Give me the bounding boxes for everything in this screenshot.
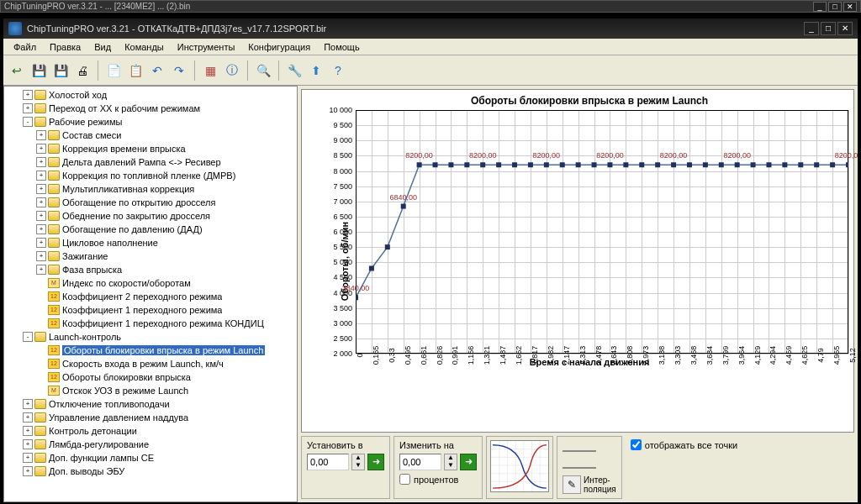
menu-Команды[interactable]: Команды: [118, 40, 171, 54]
tree-node[interactable]: +Доп. функции лампы СЕ: [6, 451, 295, 465]
expand-icon[interactable]: +: [23, 90, 33, 100]
menu-Инструменты[interactable]: Инструменты: [171, 40, 242, 54]
tree-node[interactable]: MИндекс по скорости/оборотам: [6, 276, 295, 290]
copy-icon[interactable]: 📄: [103, 60, 124, 81]
bg-maximize-button[interactable]: □: [828, 2, 842, 12]
interp-button[interactable]: ✎: [563, 475, 581, 494]
percent-checkbox[interactable]: процентов: [399, 474, 477, 485]
menu-Правка[interactable]: Правка: [43, 40, 87, 54]
paste-icon[interactable]: 📋: [125, 60, 145, 81]
folder-icon: [48, 224, 60, 234]
bg-minimize-button[interactable]: _: [813, 2, 827, 12]
expand-icon[interactable]: +: [23, 439, 33, 449]
tree-node[interactable]: +Лямбда-регулирование: [6, 438, 295, 451]
tree-node[interactable]: MОтскок УОЗ в режиме Launch: [6, 384, 295, 397]
help-icon[interactable]: ?: [328, 60, 348, 81]
svg-rect-6: [448, 162, 453, 167]
collapse-icon[interactable]: -: [23, 117, 33, 127]
maximize-button[interactable]: □: [821, 22, 836, 35]
expand-icon[interactable]: +: [36, 265, 46, 275]
tree-node[interactable]: +Управление давлением наддува: [6, 411, 295, 424]
change-value-apply[interactable]: ➜: [460, 454, 477, 470]
titlebar[interactable]: ChipTuningPRO ver.3.21 - ОТКАТКаДТВ+ДПД3…: [3, 18, 858, 39]
expand-icon[interactable]: +: [36, 171, 46, 181]
tree-node[interactable]: +Состав смеси: [6, 129, 295, 142]
zoom-icon[interactable]: 🔍: [253, 60, 273, 81]
save-icon[interactable]: 💾: [29, 60, 49, 81]
expand-icon[interactable]: +: [36, 144, 46, 154]
set-value-spinner[interactable]: ▲▼: [351, 454, 365, 470]
tree-node[interactable]: 12Коэффициент 1 переходного режима КОНДИ…: [6, 317, 295, 330]
tree-node[interactable]: +Обогащение по давлению (ДАД): [6, 223, 295, 236]
table-icon[interactable]: ▦: [200, 60, 220, 81]
print-icon[interactable]: 🖨: [72, 60, 92, 81]
chart-plot[interactable]: 2 0002 5003 0003 5004 0004 5005 0005 500…: [356, 110, 848, 354]
expand-icon[interactable]: +: [23, 399, 33, 409]
expand-icon[interactable]: +: [36, 211, 46, 221]
tree-node[interactable]: 12Обороты блокировки впрыска: [6, 370, 295, 384]
hline1-icon: [563, 442, 596, 452]
expand-icon[interactable]: +: [23, 453, 33, 463]
expand-icon[interactable]: +: [36, 197, 46, 207]
expand-icon[interactable]: +: [23, 466, 33, 476]
tree-node[interactable]: +Контроль детонации: [6, 424, 295, 438]
tree-node[interactable]: 12Коэффициент 1 переходного режима: [6, 303, 295, 317]
upload-icon[interactable]: ⬆: [306, 60, 326, 81]
tree-node[interactable]: +Мультипликативная коррекция: [6, 182, 295, 196]
tree-node[interactable]: -Рабочие режимы: [6, 115, 295, 129]
expand-icon[interactable]: +: [36, 224, 46, 234]
tree-node[interactable]: 12Скорость входа в режим Launch, км/ч: [6, 357, 295, 370]
expand-icon[interactable]: +: [23, 426, 33, 436]
undo-icon[interactable]: ↶: [147, 60, 167, 81]
expand-icon[interactable]: +: [36, 184, 46, 194]
tree-node[interactable]: +Обогащение по открытию дросселя: [6, 196, 295, 209]
tree-node[interactable]: +Отключение топливоподачи: [6, 397, 295, 411]
expand-icon[interactable]: +: [23, 412, 33, 423]
expand-icon[interactable]: +: [36, 238, 46, 248]
info-icon[interactable]: ⓘ: [222, 60, 242, 81]
minimize-button[interactable]: _: [804, 22, 819, 35]
tree-panel[interactable]: +Холостой ход+Переход от ХХ к рабочим ре…: [3, 86, 298, 502]
hline2-icon: [563, 459, 596, 469]
expand-icon[interactable]: +: [36, 251, 46, 261]
back-icon[interactable]: ↩: [7, 60, 27, 81]
expand-icon[interactable]: +: [36, 157, 46, 167]
tree-node[interactable]: +Коррекция времени впрыска: [6, 142, 295, 155]
tree-node[interactable]: +Холостой ход: [6, 88, 295, 102]
redo-icon[interactable]: ↷: [169, 60, 189, 81]
tree-node[interactable]: +Дельта давлений Рампа <-> Ресивер: [6, 155, 295, 169]
folder-icon: [48, 197, 60, 207]
show-points-checkbox[interactable]: отображать все точки: [631, 439, 849, 450]
menu-Конфигурация[interactable]: Конфигурация: [241, 40, 317, 54]
tree-label: Переход от ХХ к рабочим режимам: [49, 103, 200, 113]
tree-node[interactable]: 12Коэффициент 2 переходного режима: [6, 290, 295, 303]
menu-Файл[interactable]: Файл: [7, 40, 43, 54]
change-value-spinner[interactable]: ▲▼: [444, 454, 457, 470]
change-value-input[interactable]: [399, 454, 441, 470]
tree-label: Индекс по скорости/оборотам: [62, 278, 191, 288]
bg-close-button[interactable]: ✕: [843, 2, 857, 12]
svg-rect-3: [401, 204, 406, 209]
menu-Вид[interactable]: Вид: [87, 40, 118, 54]
tree-node[interactable]: +Коррекция по топливной пленке (ДМРВ): [6, 169, 295, 182]
tree-node[interactable]: -Launch-контроль: [6, 330, 295, 344]
window-title: ChipTuningPRO ver.3.21 - ОТКАТКаДТВ+ДПД3…: [27, 24, 326, 34]
set-value-apply[interactable]: ➜: [367, 454, 384, 470]
change-value-label: Изменить на: [399, 440, 477, 450]
tree-node[interactable]: +Доп. выводы ЭБУ: [6, 465, 295, 478]
expand-icon[interactable]: +: [36, 130, 46, 140]
tree-node[interactable]: +Обеднение по закрытию дросселя: [6, 209, 295, 223]
close-button[interactable]: ✕: [837, 22, 853, 35]
tree-node[interactable]: +Переход от ХХ к рабочим режимам: [6, 102, 295, 115]
menu-Помощь[interactable]: Помощь: [317, 40, 367, 54]
saveall-icon[interactable]: 💾: [50, 60, 71, 81]
tree-node[interactable]: +Зажигание: [6, 249, 295, 263]
tools-icon[interactable]: 🔧: [284, 60, 304, 81]
tree-node[interactable]: 12Обороты блокировки впрыска в режим Lau…: [6, 344, 295, 357]
tree-label: Коэффициент 1 переходного режима: [62, 305, 222, 315]
tree-node[interactable]: +Цикловое наполнение: [6, 236, 295, 249]
set-value-input[interactable]: [307, 454, 349, 470]
collapse-icon[interactable]: -: [23, 332, 33, 342]
expand-icon[interactable]: +: [23, 103, 33, 113]
tree-node[interactable]: +Фаза впрыска: [6, 263, 295, 276]
